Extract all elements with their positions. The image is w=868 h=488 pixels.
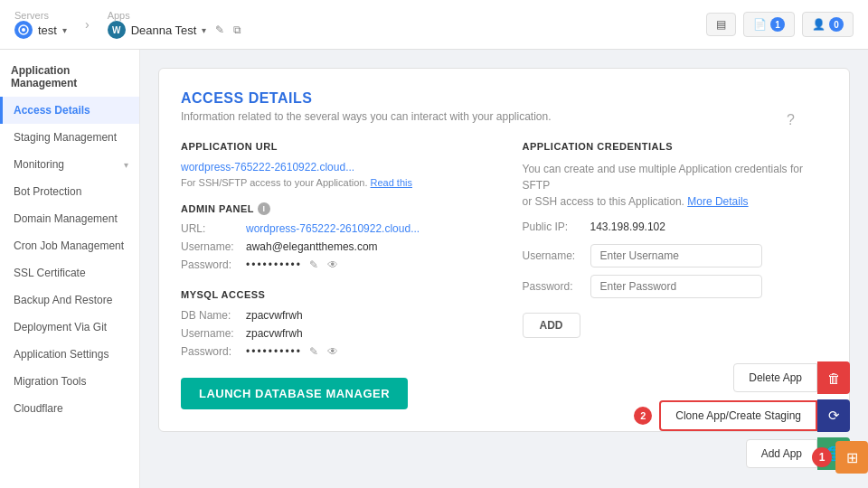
- launch-db-manager-button[interactable]: LAUNCH DATABASE MANAGER: [181, 378, 408, 409]
- sidebar-item-deployment[interactable]: Deployment Via Git: [0, 314, 139, 341]
- app-name: Deanna Test: [131, 23, 197, 37]
- apps-section: Apps W Deanna Test ▾ ✎ ⧉: [108, 10, 242, 39]
- chevron-icon: ▾: [124, 160, 128, 170]
- panel-title: ACCESS DETAILS: [181, 90, 827, 107]
- credential-password-row: Password:: [523, 275, 828, 298]
- files-badge: 1: [770, 17, 785, 32]
- mysql-password-value: •••••••••• ✎ 👁: [246, 345, 340, 358]
- admin-info-icon[interactable]: i: [258, 202, 270, 215]
- app-selector[interactable]: W Deanna Test ▾ ✎ ⧉: [108, 21, 242, 39]
- public-ip-row: Public IP: 143.198.99.102: [523, 221, 828, 233]
- sidebar: Application Management Access Details St…: [0, 50, 140, 488]
- password-input[interactable]: [590, 275, 762, 298]
- mysql-password-row: Password: •••••••••• ✎ 👁: [181, 345, 486, 358]
- admin-url-row: URL: wordpress-765222-2610922.cloud...: [181, 222, 486, 235]
- show-password-button[interactable]: 👁: [326, 258, 340, 271]
- servers-label: Servers: [14, 10, 67, 21]
- sidebar-label-monitoring: Monitoring: [14, 158, 64, 171]
- external-link-icon[interactable]: ⧉: [233, 23, 241, 36]
- edit-password-button[interactable]: ✎: [307, 258, 320, 271]
- edit-icon[interactable]: ✎: [215, 23, 224, 36]
- admin-url-value: wordpress-765222-2610922.cloud...: [246, 222, 420, 235]
- badge-1: 1: [812, 447, 832, 467]
- apps-label: Apps: [108, 10, 242, 21]
- more-details-link[interactable]: More Details: [687, 195, 748, 208]
- users-button[interactable]: 👤 0: [802, 12, 854, 37]
- admin-username-row: Username: awah@elegantthemes.com: [181, 240, 486, 253]
- sidebar-item-bot-protection[interactable]: Bot Protection: [0, 178, 139, 205]
- mysql-username-row: Username: zpacvwfrwh: [181, 327, 486, 340]
- add-credential-button[interactable]: ADD: [523, 313, 580, 338]
- wordpress-icon: W: [108, 21, 126, 39]
- ssh-text: For SSH/SFTP access to your Application.…: [181, 177, 486, 188]
- sidebar-item-backup[interactable]: Backup And Restore: [0, 286, 139, 314]
- sidebar-item-domain[interactable]: Domain Management: [0, 205, 139, 232]
- clone-app-icon[interactable]: ⟳: [817, 399, 850, 432]
- db-name-label: DB Name:: [181, 309, 246, 322]
- servers-section: Servers test ▾: [14, 10, 67, 39]
- credentials-desc2: or SSH access to this Application.: [523, 195, 684, 208]
- credentials-desc: You can create and use multiple Applicat…: [523, 161, 828, 210]
- svg-point-1: [22, 28, 25, 32]
- sidebar-item-access-details[interactable]: Access Details: [0, 97, 139, 124]
- credential-username-row: Username:: [523, 244, 828, 267]
- credential-username-label: Username:: [523, 249, 590, 262]
- panel-left: APPLICATION URL wordpress-765222-2610922…: [181, 141, 486, 409]
- console-button[interactable]: ▤: [706, 13, 736, 36]
- sidebar-label-staging: Staging Management: [14, 131, 117, 144]
- sidebar-item-staging[interactable]: Staging Management: [0, 124, 139, 151]
- chevron-down-icon[interactable]: ▾: [62, 25, 67, 35]
- server-selector[interactable]: test ▾: [14, 21, 67, 39]
- sidebar-item-monitoring[interactable]: Monitoring ▾: [0, 151, 139, 178]
- console-icon: ▤: [716, 18, 726, 31]
- users-badge: 0: [829, 17, 844, 32]
- sidebar-label-bot-protection: Bot Protection: [14, 185, 81, 198]
- server-icon: [14, 21, 33, 39]
- sidebar-item-cloudflare[interactable]: Cloudflare: [0, 395, 139, 422]
- mysql-section: MYSQL ACCESS DB Name: zpacvwfrwh Usernam…: [181, 289, 486, 409]
- sidebar-label-domain: Domain Management: [14, 212, 118, 225]
- add-app-label[interactable]: Add App: [746, 439, 817, 468]
- app-url-title: APPLICATION URL: [181, 141, 486, 152]
- delete-app-label[interactable]: Delete App: [733, 363, 817, 392]
- files-button[interactable]: 📄 1: [743, 12, 795, 37]
- app-chevron-icon[interactable]: ▾: [202, 25, 206, 35]
- db-name-row: DB Name: zpacvwfrwh: [181, 309, 486, 322]
- sidebar-item-cron[interactable]: Cron Job Management: [0, 232, 139, 259]
- mysql-username-label: Username:: [181, 327, 246, 340]
- app-url-link[interactable]: wordpress-765222-2610922.cloud...: [181, 161, 486, 174]
- edit-mysql-password-button[interactable]: ✎: [307, 345, 320, 358]
- content-area: ACCESS DETAILS Information related to th…: [140, 50, 868, 488]
- delete-app-icon[interactable]: 🗑: [817, 361, 850, 394]
- sidebar-heading: Application Management: [0, 50, 139, 97]
- sidebar-label-backup: Backup And Restore: [14, 294, 112, 306]
- help-icon[interactable]: ?: [787, 112, 795, 128]
- sidebar-heading-text: Application Management: [11, 64, 77, 89]
- grid-icon-button[interactable]: ⊞: [835, 441, 868, 474]
- admin-url-link[interactable]: wordpress-765222-2610922.cloud...: [246, 222, 420, 235]
- admin-password-value: •••••••••• ✎ 👁: [246, 258, 340, 271]
- admin-username-value: awah@elegantthemes.com: [246, 240, 378, 253]
- read-this-link[interactable]: Read this: [371, 177, 412, 188]
- delete-app-row: Delete App 🗑: [733, 361, 850, 394]
- clone-app-label[interactable]: Clone App/Create Staging: [659, 400, 817, 431]
- credential-password-label: Password:: [523, 280, 590, 293]
- panel-subtitle: Information related to the several ways …: [181, 110, 827, 123]
- breadcrumb-arrow: ›: [85, 17, 90, 32]
- credentials-title: APPLICATION CREDENTIALS: [523, 141, 828, 152]
- sidebar-item-app-settings[interactable]: Application Settings: [0, 341, 139, 368]
- sidebar-label-access-details: Access Details: [14, 104, 90, 117]
- db-name-value: zpacvwfrwh: [246, 309, 303, 322]
- admin-password-row: Password: •••••••••• ✎ 👁: [181, 258, 486, 271]
- sidebar-item-migration[interactable]: Migration Tools: [0, 368, 139, 395]
- mysql-password-dots: ••••••••••: [246, 345, 302, 358]
- credentials-desc1: You can create and use multiple Applicat…: [523, 163, 803, 192]
- sidebar-item-ssl[interactable]: SSL Certificate: [0, 259, 139, 286]
- sidebar-label-migration: Migration Tools: [14, 375, 86, 388]
- show-mysql-password-button[interactable]: 👁: [326, 345, 340, 358]
- admin-title-text: ADMIN PANEL: [181, 203, 254, 214]
- sidebar-label-ssl: SSL Certificate: [14, 267, 86, 279]
- server-name: test: [38, 23, 57, 37]
- public-ip-label: Public IP:: [523, 221, 590, 233]
- username-input[interactable]: [590, 244, 762, 267]
